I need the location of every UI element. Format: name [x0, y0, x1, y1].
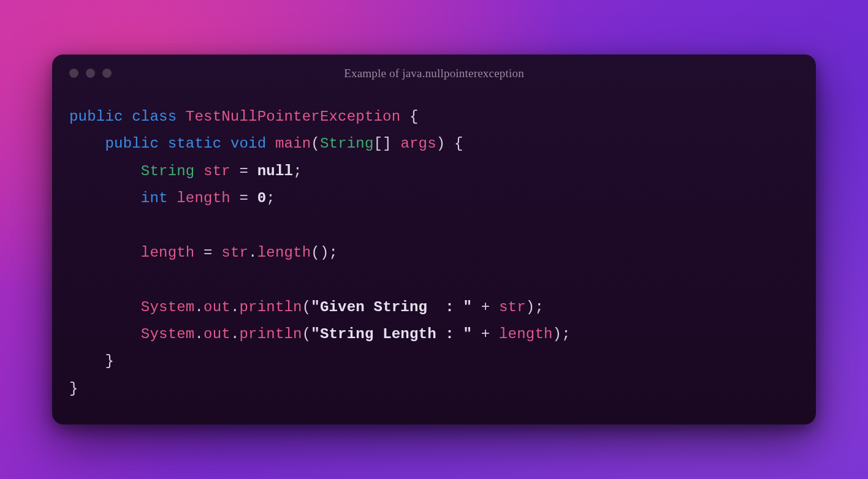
class-system: System: [141, 299, 195, 315]
minimize-dot-icon[interactable]: [86, 69, 95, 78]
parens: (): [311, 244, 329, 261]
keyword-class: class: [132, 108, 177, 125]
brace-close: }: [105, 353, 114, 369]
var-length: length: [499, 326, 553, 342]
keyword-public: public: [69, 108, 123, 125]
field-out: out: [204, 326, 230, 342]
literal-null: null: [257, 163, 293, 179]
window-title: Example of java.nullpointerexception: [52, 67, 816, 80]
dot: .: [194, 299, 204, 315]
dot: .: [230, 299, 240, 315]
code-block: public class TestNullPointerException { …: [52, 92, 816, 402]
op-plus: +: [481, 299, 490, 315]
op-assign: =: [239, 190, 248, 206]
dot: .: [248, 244, 257, 261]
brace-open: {: [409, 108, 419, 125]
keyword-public: public: [105, 135, 159, 152]
op-assign: =: [204, 244, 213, 261]
paren-open: (: [302, 326, 311, 342]
string-literal-1: "Given String : ": [311, 299, 472, 315]
brackets: []: [374, 135, 392, 152]
type-string: String: [320, 135, 374, 152]
code-window: Example of java.nullpointerexception pub…: [52, 55, 816, 424]
brace-open: {: [454, 135, 463, 152]
class-system: System: [141, 326, 195, 342]
op-assign: =: [239, 163, 248, 179]
semicolon: ;: [562, 326, 571, 342]
paren-open: (: [311, 135, 320, 152]
var-str: str: [499, 299, 526, 315]
method-println: println: [239, 326, 302, 342]
keyword-static: static: [168, 135, 222, 152]
method-println: println: [239, 299, 302, 315]
var-length: length: [177, 190, 230, 206]
field-out: out: [204, 299, 230, 315]
keyword-void: void: [230, 135, 266, 152]
var-length: length: [141, 244, 195, 261]
paren-close: ): [436, 135, 446, 152]
window-titlebar: Example of java.nullpointerexception: [52, 55, 816, 92]
param-args: args: [400, 135, 436, 152]
literal-zero: 0: [257, 190, 267, 206]
paren-close: ): [526, 299, 535, 315]
dot: .: [230, 326, 240, 342]
close-dot-icon[interactable]: [69, 69, 78, 78]
dot: .: [194, 326, 204, 342]
var-str: str: [204, 163, 230, 179]
class-name: TestNullPointerException: [186, 108, 400, 125]
type-string: String: [141, 163, 195, 179]
window-controls: [69, 69, 112, 78]
method-main: main: [275, 135, 311, 152]
semicolon: ;: [329, 244, 338, 261]
semicolon: ;: [293, 163, 302, 179]
method-length: length: [257, 244, 311, 261]
keyword-int: int: [141, 190, 168, 206]
semicolon: ;: [266, 190, 275, 206]
brace-close: }: [69, 380, 78, 397]
op-plus: +: [481, 326, 490, 342]
string-literal-2: "String Length : ": [311, 326, 472, 342]
paren-open: (: [302, 299, 311, 315]
paren-close: ): [553, 326, 562, 342]
semicolon: ;: [535, 299, 544, 315]
maximize-dot-icon[interactable]: [102, 69, 112, 78]
var-str: str: [221, 244, 248, 261]
